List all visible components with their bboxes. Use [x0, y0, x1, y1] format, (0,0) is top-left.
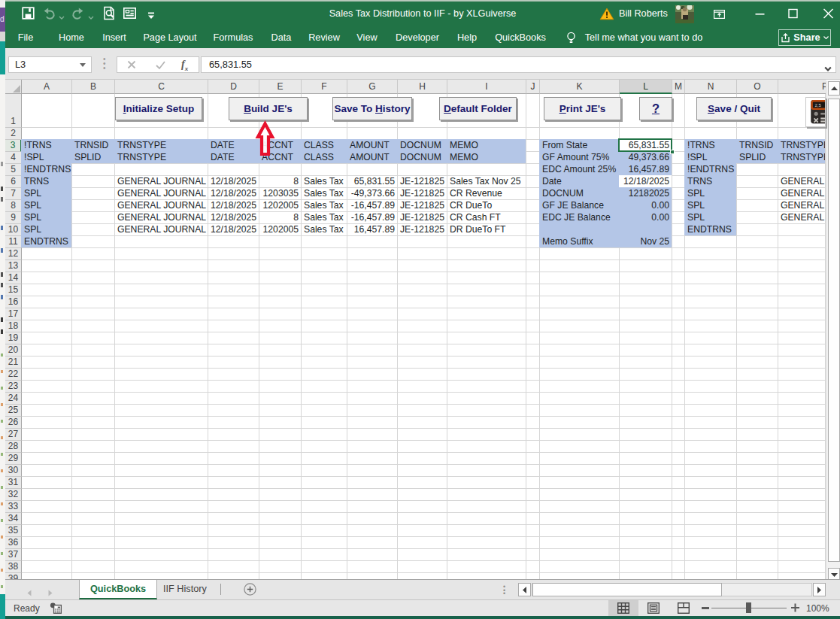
cell-I10[interactable]: DR DueTo FT	[447, 224, 526, 235]
row-header-6[interactable]: 6	[5, 176, 22, 188]
formula-input[interactable]: 65,831.55	[201, 56, 836, 73]
sheet-nav-prev-icon[interactable]	[27, 586, 32, 593]
cell-L6[interactable]: 12/18/2025	[620, 176, 672, 187]
cell-A10[interactable]: SPL	[22, 224, 71, 235]
cell-G4[interactable]: AMOUNT	[347, 152, 397, 163]
cell-L11[interactable]: Nov 25	[620, 236, 672, 247]
cell-P9[interactable]: GENERAL JOURNAL	[778, 212, 825, 223]
cell-F4[interactable]: CLASS	[302, 152, 347, 163]
cell-P4[interactable]: TRNSTYPE	[778, 152, 825, 163]
row-header-34[interactable]: 34	[5, 513, 22, 525]
column-header-J[interactable]: J	[526, 80, 540, 94]
cell-K9[interactable]: EDC JE Balance	[540, 212, 619, 223]
cell-E10[interactable]: 1202005	[259, 224, 301, 235]
row-header-11[interactable]: 11	[5, 236, 22, 248]
cell-D6[interactable]: 12/18/2025	[208, 176, 259, 187]
cell-L8[interactable]: 0.00	[620, 200, 672, 211]
cell-C8[interactable]: GENERAL JOURNAL	[115, 200, 208, 211]
column-header-G[interactable]: G	[347, 80, 398, 94]
cell-D10[interactable]: 12/18/2025	[208, 224, 259, 235]
vscroll-up-button[interactable]	[828, 81, 840, 96]
row-header-33[interactable]: 33	[5, 501, 22, 513]
column-header-K[interactable]: K	[540, 80, 620, 94]
row-header-30[interactable]: 30	[5, 465, 22, 477]
cell-H10[interactable]: JE-121825	[398, 224, 447, 235]
cell-A11[interactable]: ENDTRNS	[22, 236, 71, 247]
cell-I9[interactable]: CR Cash FT	[447, 212, 526, 223]
row-header-8[interactable]: 8	[5, 200, 22, 212]
zoom-slider-thumb[interactable]	[746, 602, 751, 613]
ribbon-tab-data[interactable]: Data	[271, 27, 292, 48]
name-box[interactable]: L3	[8, 56, 92, 73]
user-avatar[interactable]	[675, 5, 694, 23]
row-header-39[interactable]: 39	[5, 573, 22, 579]
cell-D9[interactable]: 12/18/2025	[208, 212, 259, 223]
cell-A5[interactable]: !ENDTRNS	[22, 164, 71, 175]
ribbon-tab-review[interactable]: Review	[308, 27, 340, 48]
cell-A9[interactable]: SPL	[22, 212, 71, 223]
cell-C7[interactable]: GENERAL JOURNAL	[115, 188, 208, 199]
cell-G6[interactable]: 65,831.55	[347, 176, 397, 187]
sheet-tab-iif-history[interactable]: IIF History	[153, 580, 217, 599]
row-header-37[interactable]: 37	[5, 549, 22, 561]
row-header-7[interactable]: 7	[5, 188, 22, 200]
name-box-dropdown-icon[interactable]	[80, 63, 86, 67]
cell-I4[interactable]: MEMO	[447, 152, 526, 163]
column-header-H[interactable]: H	[398, 80, 447, 94]
cell-H9[interactable]: JE-121825	[398, 212, 447, 223]
select-all-corner[interactable]	[5, 80, 22, 94]
cell-N4[interactable]: !SPL	[685, 152, 736, 163]
cell-G3[interactable]: AMOUNT	[347, 140, 397, 151]
cell-K8[interactable]: GF JE Balance	[540, 200, 619, 211]
cell-G7[interactable]: -49,373.66	[347, 188, 397, 199]
cancel-entry-icon[interactable]	[126, 59, 137, 70]
row-header-28[interactable]: 28	[5, 441, 22, 453]
vertical-scrollbar[interactable]	[826, 80, 840, 584]
cell-N6[interactable]: TRNS	[685, 176, 736, 187]
cell-D7[interactable]: 12/18/2025	[208, 188, 259, 199]
cell-P6[interactable]: GENERAL JOURNAL	[778, 176, 825, 187]
row-header-2[interactable]: 2	[5, 128, 22, 140]
cell-H8[interactable]: JE-121825	[398, 200, 447, 211]
row-header-13[interactable]: 13	[5, 260, 22, 272]
cell-D4[interactable]: DATE	[208, 152, 259, 163]
cell-H7[interactable]: JE-121825	[398, 188, 447, 199]
column-header-O[interactable]: O	[737, 80, 778, 94]
column-header-P[interactable]: P	[778, 80, 826, 94]
user-name[interactable]: Bill Roberts	[619, 0, 668, 27]
cell-L5[interactable]: 16,457.89	[620, 164, 672, 175]
ribbon-tab-help[interactable]: Help	[457, 27, 477, 48]
cell-L9[interactable]: 0.00	[620, 212, 672, 223]
macro-button-print-je-s[interactable]: Print JE's	[544, 97, 621, 120]
row-header-9[interactable]: 9	[5, 212, 22, 224]
column-header-D[interactable]: D	[208, 80, 259, 94]
hscroll-grip-icon[interactable]: •••	[503, 585, 506, 595]
cell-F3[interactable]: CLASS	[302, 140, 347, 151]
macro-button-save-quit[interactable]: Save / Quit	[696, 97, 772, 120]
cell-F6[interactable]: Sales Tax	[302, 176, 347, 187]
column-header-N[interactable]: N	[685, 80, 737, 94]
cell-B3[interactable]: TRNSID	[72, 140, 114, 151]
row-header-19[interactable]: 19	[5, 332, 22, 344]
sync-warning-icon[interactable]	[599, 8, 614, 20]
row-header-5[interactable]: 5	[5, 164, 22, 176]
formula-bar-separator[interactable]: •••	[103, 57, 105, 71]
row-header-14[interactable]: 14	[5, 272, 22, 284]
cell-H6[interactable]: JE-121825	[398, 176, 447, 187]
macro-button-save-to-history[interactable]: Save To History	[332, 97, 412, 120]
cell-C3[interactable]: TRNSTYPE	[115, 140, 208, 151]
row-header-16[interactable]: 16	[5, 296, 22, 308]
row-header-31[interactable]: 31	[5, 477, 22, 489]
row-header-20[interactable]: 20	[5, 344, 22, 357]
ribbon-tab-developer[interactable]: Developer	[396, 27, 439, 48]
cell-H3[interactable]: DOCNUM	[398, 140, 447, 151]
macro-button-default-folder[interactable]: Default Folder	[439, 97, 517, 120]
cell-A8[interactable]: SPL	[22, 200, 71, 211]
calculator-image[interactable]: 2,5	[805, 97, 826, 127]
ribbon-tab-insert[interactable]: Insert	[102, 27, 126, 48]
cell-K6[interactable]: Date	[540, 176, 619, 187]
cell-O4[interactable]: SPLID	[737, 152, 778, 163]
view-page-break-button[interactable]	[669, 600, 699, 616]
vscroll-thumb[interactable]	[828, 99, 840, 562]
row-header-24[interactable]: 24	[5, 393, 22, 405]
